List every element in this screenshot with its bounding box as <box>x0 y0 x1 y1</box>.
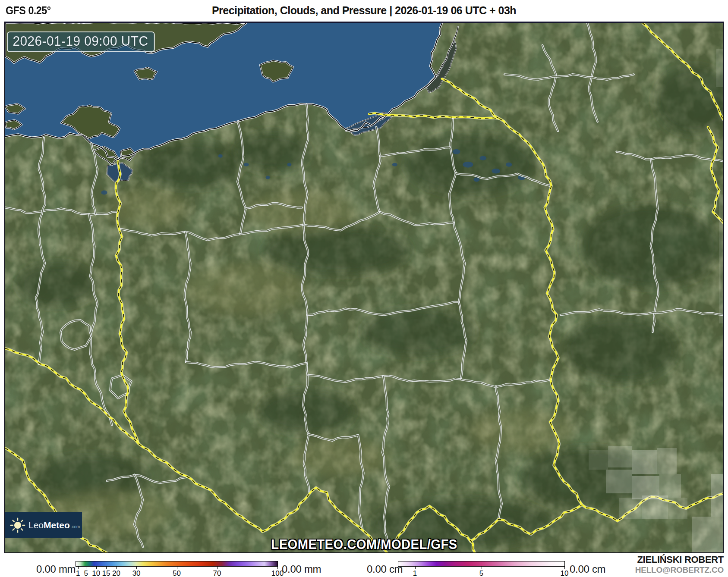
brand-light: Leo <box>28 520 44 530</box>
cloud-pixel <box>606 470 632 493</box>
lake <box>101 190 107 194</box>
cloud-pixel <box>659 474 681 498</box>
credit-block: ZIELIŃSKI ROBERT HELLO@ROBERTZ.CO <box>635 555 724 575</box>
brand-bold: Meteo <box>44 520 70 530</box>
lake <box>463 162 473 168</box>
cloud-pixel <box>719 194 723 323</box>
leometeo-logo: LeoMeteo.com <box>5 512 82 538</box>
lake <box>506 163 512 167</box>
cloud-pixel <box>716 49 723 88</box>
credit-name: ZIELIŃSKI ROBERT <box>635 555 724 565</box>
lake <box>392 163 397 166</box>
lake <box>244 163 249 166</box>
cloud-pixel <box>632 450 658 474</box>
precip-colorbar: 15101520305070100 <box>76 561 278 567</box>
timestamp-badge: 2026-01-19 09:00 UTC <box>7 31 155 52</box>
cloud-pixel <box>668 498 687 519</box>
cloud-pixel <box>608 446 632 467</box>
lake <box>473 178 479 182</box>
cloud-pixel <box>642 495 668 519</box>
map-canvas <box>5 23 723 552</box>
brand-text: LeoMeteo.com <box>28 520 80 530</box>
cloud-pixel <box>711 474 723 517</box>
snow-max-label: 0.00 cm <box>570 563 605 575</box>
lake <box>453 149 460 154</box>
watermark: LEOMETEO.COM/MODEL/GFS <box>271 537 457 552</box>
precip-min-label: 0.00 mm <box>36 563 76 575</box>
page-title: Precipitation, Clouds, and Pressure | 20… <box>0 4 728 17</box>
weather-map: 2026-01-19 09:00 UTC LEOMETEO.COM/MODEL/… <box>4 22 724 553</box>
cloud-pixel <box>619 498 643 519</box>
weather-map-page: GFS 0.25° Precipitation, Clouds, and Pre… <box>0 0 728 577</box>
lake <box>287 163 291 166</box>
cloud-pixel <box>692 517 723 552</box>
lake <box>218 154 223 158</box>
sun-icon <box>9 517 26 533</box>
brand-suffix: .com <box>71 524 80 529</box>
precip-max-label: 0.00 mm <box>282 563 321 575</box>
snow-colorbar: 1510 <box>398 561 565 567</box>
lake <box>266 176 270 179</box>
lake <box>492 169 500 174</box>
lake <box>479 156 486 160</box>
cloud-pixel <box>657 448 677 474</box>
credit-email: HELLO@ROBERTZ.CO <box>635 566 724 575</box>
snow-min-label: 0.00 cm <box>367 563 403 575</box>
cloud-pixel <box>589 450 608 470</box>
